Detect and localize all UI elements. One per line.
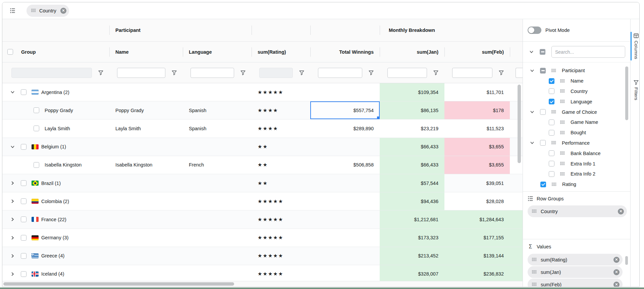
sum-jan-cell[interactable]: $1,212,681 (380, 210, 444, 228)
sum-jan-cell[interactable]: $66,433 (380, 156, 444, 174)
language-cell[interactable] (183, 192, 252, 210)
total-winnings-cell[interactable] (310, 174, 380, 192)
column-checkbox-extra-info-1[interactable] (549, 161, 554, 166)
remove-chip-icon[interactable]: ✕ (618, 208, 624, 214)
column-group-item-participant[interactable]: Participant (523, 65, 630, 76)
drag-grip-icon[interactable] (532, 209, 537, 213)
sum-jan-cell[interactable]: $328,007 (380, 265, 444, 281)
rating-cell[interactable]: ★★★★★ (252, 265, 310, 281)
language-cell[interactable]: Spanish (183, 119, 252, 137)
column-checkbox-country[interactable] (549, 88, 554, 94)
sum-feb-cell[interactable]: $3,655 (444, 156, 510, 174)
language-filter-input[interactable] (191, 68, 234, 78)
column-item-game-name[interactable]: Game Name (523, 117, 630, 128)
row-checkbox[interactable] (21, 235, 26, 241)
column-checkbox-rating[interactable] (540, 182, 546, 187)
name-cell[interactable]: Layla Smith (109, 119, 183, 137)
group-cell[interactable]: Iceland (4) (2, 265, 109, 281)
row-checkbox[interactable] (21, 144, 26, 150)
row-checkbox[interactable] (21, 253, 26, 259)
chevron-right-icon[interactable] (10, 253, 15, 258)
chevron-right-icon[interactable] (10, 272, 15, 277)
select-all-checkbox[interactable] (7, 49, 13, 55)
sum-feb-cell[interactable]: $139,144 (444, 247, 510, 265)
sum-jan-cell[interactable]: $23,219 (380, 119, 444, 137)
sum-feb-cell[interactable]: $177,155 (444, 229, 510, 247)
sum-feb-cell[interactable]: $28,028 (444, 192, 510, 210)
chevron-right-icon[interactable] (10, 217, 15, 222)
drag-grip-icon[interactable] (551, 110, 556, 114)
expand-all-chevron-icon[interactable] (529, 49, 534, 54)
drag-grip-icon[interactable] (560, 100, 565, 103)
rating-cell[interactable]: ★★★★★ (252, 229, 310, 247)
language-cell[interactable] (183, 265, 252, 281)
column-search-input[interactable] (551, 46, 625, 58)
drag-grip-icon[interactable] (560, 162, 565, 165)
language-filter-button[interactable] (234, 70, 252, 75)
chevron-down-icon[interactable] (530, 109, 535, 114)
total-winnings-cell[interactable] (310, 229, 380, 247)
rating-cell[interactable]: ★★★★ (252, 101, 310, 119)
sum-feb-cell[interactable]: $1,284,643 (444, 210, 510, 228)
column-checkbox-bought[interactable] (549, 130, 554, 136)
row-checkbox[interactable] (34, 107, 39, 113)
chip-sum-rating[interactable]: sum(Rating)✕ (528, 254, 623, 266)
column-item-extra-info-2[interactable]: Extra Info 2 (523, 169, 630, 179)
group-cell[interactable]: Brazil (1) (2, 174, 109, 192)
drag-grip-icon[interactable] (551, 141, 556, 145)
name-cell[interactable]: Isabella Kingston (109, 156, 183, 174)
rating-filter-button[interactable] (293, 70, 310, 75)
row-checkbox[interactable] (21, 198, 26, 204)
column-checkbox-bank-balance[interactable] (549, 150, 554, 156)
column-checkbox-language[interactable] (549, 99, 554, 104)
sum-jan-cell[interactable]: $173,323 (380, 229, 444, 247)
column-checkbox-performance[interactable] (540, 140, 546, 146)
group-cell[interactable]: Layla Smith (2, 119, 109, 137)
total-winnings-cell[interactable]: $557,754 (310, 101, 380, 119)
total-winnings-cell[interactable] (310, 192, 380, 210)
column-header-name[interactable]: Name (109, 42, 183, 62)
sum-feb-cell[interactable]: $3,655 (444, 138, 510, 156)
name-filter-button[interactable] (165, 70, 183, 75)
language-cell[interactable] (183, 210, 252, 228)
values-scrollbar-thumb[interactable] (625, 256, 628, 265)
tab-columns[interactable]: Columns (631, 33, 640, 59)
group-filter-button[interactable] (92, 70, 109, 75)
drag-grip-icon[interactable] (560, 172, 565, 176)
total-filter-input[interactable] (318, 68, 362, 78)
name-cell[interactable] (109, 247, 183, 265)
name-cell[interactable] (109, 265, 183, 281)
group-cell[interactable]: France (22) (2, 210, 109, 228)
chevron-down-icon[interactable] (530, 68, 535, 73)
group-cell[interactable]: Belgium (1) (2, 138, 109, 156)
total-winnings-cell[interactable] (310, 210, 380, 228)
total-winnings-cell[interactable]: $506,858 (310, 156, 380, 174)
column-header-sum-jan[interactable]: sum(Jan) (380, 42, 444, 62)
rating-cell[interactable]: ★★★★★ (252, 83, 310, 101)
group-cell[interactable]: Poppy Grady (2, 101, 109, 119)
column-item-country[interactable]: Country (523, 86, 630, 97)
drag-grip-icon[interactable] (552, 183, 556, 186)
row-group-chip-country[interactable]: Country ✕ (26, 5, 69, 17)
chevron-right-icon[interactable] (10, 235, 15, 240)
column-checkbox-name[interactable] (549, 78, 554, 84)
column-item-rating[interactable]: Rating (523, 179, 630, 190)
column-checkbox-participant[interactable] (540, 68, 546, 74)
name-cell[interactable] (109, 83, 183, 101)
chevron-right-icon[interactable] (10, 181, 15, 186)
horizontal-scrollbar[interactable] (2, 281, 523, 287)
select-all-columns-checkbox[interactable] (540, 49, 545, 55)
drag-grip-icon[interactable] (532, 283, 537, 286)
total-winnings-cell[interactable] (310, 138, 380, 156)
total-winnings-cell[interactable] (310, 83, 380, 101)
row-checkbox[interactable] (34, 162, 39, 168)
sum-jan-cell[interactable]: $86,135 (380, 101, 444, 119)
column-item-language[interactable]: Language (523, 96, 630, 107)
chevron-down-icon[interactable] (530, 140, 535, 145)
column-item-bought[interactable]: Bought (523, 128, 630, 138)
drag-grip-icon[interactable] (551, 69, 556, 73)
column-item-extra-info-1[interactable]: Extra Info 1 (523, 158, 630, 169)
chevron-down-icon[interactable] (10, 90, 15, 95)
column-header-rating[interactable]: sum(Rating) (252, 42, 310, 62)
total-winnings-cell[interactable]: $289,890 (310, 119, 380, 137)
